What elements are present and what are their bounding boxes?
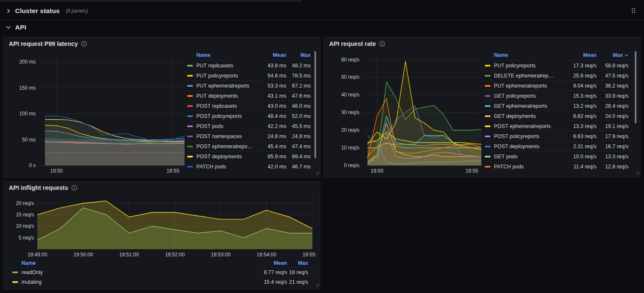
legend-col-max[interactable]: Max — [596, 52, 637, 58]
info-icon[interactable] — [71, 185, 77, 191]
legend-row[interactable]: GET deployments6.62 req/s24.0 req/s — [485, 111, 637, 121]
legend-series-name[interactable]: PUT replicasets — [196, 63, 253, 69]
legend-series-name[interactable]: GET pods — [494, 154, 556, 160]
series-color-swatch[interactable] — [187, 75, 193, 77]
legend-row[interactable]: readOnly8.77 req/s18 req/s — [7, 267, 317, 277]
panel-title[interactable]: API request rate — [329, 40, 376, 47]
legend-col-name[interactable]: Name — [196, 52, 253, 58]
legend-series-name[interactable]: POST namespaces — [196, 133, 253, 139]
series-color-swatch[interactable] — [12, 272, 18, 273]
legend-series-name[interactable]: mutating — [21, 279, 248, 285]
series-color-swatch[interactable] — [485, 125, 491, 127]
series-color-swatch[interactable] — [187, 146, 193, 147]
series-color-swatch[interactable] — [187, 85, 193, 87]
legend-series-name[interactable]: PATCH pods — [494, 164, 556, 170]
panel-header[interactable]: API request rate — [324, 37, 640, 50]
series-color-swatch[interactable] — [187, 125, 193, 127]
legend-row[interactable]: POST policyreports48.4 ms52.0 ms — [187, 111, 317, 121]
legend-row[interactable]: PUT deployments43.1 ms47.6 ms — [187, 91, 317, 101]
panel-title[interactable]: API request P99 latency — [9, 40, 78, 47]
legend-row[interactable]: GET ephemeralreports13.2 req/s28.4 req/s — [485, 101, 637, 111]
legend-scrollbar[interactable] — [635, 51, 636, 123]
legend-row[interactable]: POST ephemeralreports13.3 req/s19.1 req/… — [485, 121, 637, 131]
legend-series-name[interactable]: GET ephemeralreports — [494, 103, 556, 109]
legend-series-name[interactable]: POST deployments — [494, 144, 556, 149]
series-color-swatch[interactable] — [485, 95, 491, 97]
legend-series-name[interactable]: POST ephemeralreports — [494, 123, 556, 129]
series-color-swatch[interactable] — [485, 115, 491, 117]
legend-row[interactable]: POST pods42.2 ms45.5 ms — [187, 121, 317, 131]
panel-resize-handle[interactable] — [315, 281, 319, 288]
legend-col-max[interactable]: Max — [287, 260, 317, 266]
legend-series-name[interactable]: PUT ephemeralreports — [494, 83, 556, 89]
legend-row[interactable]: PUT replicasets43.8 ms48.2 ms — [187, 60, 317, 70]
legend-row[interactable]: PATCH pods42.0 ms46.7 ms — [187, 161, 317, 171]
legend-row[interactable]: mutating15.4 req/s21 req/s — [7, 277, 317, 287]
legend-series-name[interactable]: POST pods — [196, 123, 253, 129]
panel-resize-handle[interactable] — [315, 169, 319, 176]
legend-series-name[interactable]: PUT ephemeralreports — [196, 83, 253, 89]
series-color-swatch[interactable] — [187, 105, 193, 107]
series-color-swatch[interactable] — [485, 136, 491, 137]
legend-col-max[interactable]: Max — [286, 52, 317, 58]
legend-row[interactable]: PUT ephemeralreports53.3 ms67.2 ms — [187, 80, 317, 91]
legend-row[interactable]: DELETE ephemeralreports25.8 req/s47.5 re… — [485, 70, 637, 80]
row-title[interactable]: Cluster status — [15, 7, 60, 15]
panel-resize-handle[interactable] — [635, 169, 639, 176]
series-color-swatch[interactable] — [485, 65, 491, 67]
series-color-swatch[interactable] — [485, 75, 491, 77]
info-icon[interactable] — [379, 41, 385, 47]
series-color-swatch[interactable] — [187, 156, 193, 157]
legend-col-mean[interactable]: Mean — [556, 52, 596, 58]
legend-row[interactable]: PATCH pods11.4 req/s12.8 req/s — [485, 161, 637, 171]
rate-chart[interactable]: 0 req/s10 req/s20 req/s30 req/s40 req/s5… — [327, 50, 485, 175]
legend-series-name[interactable]: POST policyreports — [196, 113, 253, 119]
legend-series-name[interactable]: POST policyreports — [494, 133, 556, 139]
series-color-swatch[interactable] — [187, 166, 193, 168]
legend-row[interactable]: POST deployments85.9 ms89.4 ms — [187, 151, 317, 161]
legend-series-name[interactable]: POST replicasets — [196, 103, 253, 109]
panel-title[interactable]: API inflight requests — [9, 184, 68, 191]
row-title[interactable]: API — [15, 24, 26, 31]
legend-row[interactable]: POST policyreports6.63 req/s17.9 req/s — [485, 131, 637, 141]
legend-col-mean[interactable]: Mean — [253, 52, 286, 58]
legend-series-name[interactable]: POST ephemeralreports — [196, 144, 253, 149]
legend-series-name[interactable]: GET policyreports — [494, 93, 556, 99]
legend-row[interactable]: POST ephemeralreports45.4 ms47.4 ms — [187, 141, 317, 151]
legend-row[interactable]: PUT policyreports17.3 req/s58.8 req/s — [485, 60, 637, 70]
series-color-swatch[interactable] — [485, 146, 491, 147]
series-color-swatch[interactable] — [187, 136, 193, 137]
legend-series-name[interactable]: PUT policyreports — [494, 63, 556, 69]
legend-series-name[interactable]: POST deployments — [196, 154, 253, 160]
row-cluster-status[interactable]: Cluster status (9 panels) — [6, 7, 88, 15]
legend-series-name[interactable]: PUT policyreports — [196, 73, 253, 79]
legend-row[interactable]: PUT policyreports54.6 ms78.5 ms — [187, 70, 317, 80]
legend-row[interactable]: POST namespaces24.8 ms24.8 ms — [187, 131, 317, 141]
legend-row[interactable]: POST deployments2.31 req/s16.7 req/s — [485, 141, 637, 151]
legend-series-name[interactable]: DELETE ephemeralreports — [494, 73, 556, 79]
series-color-swatch[interactable] — [485, 166, 491, 168]
latency-chart[interactable]: 0 s50 ms100 ms150 ms200 ms19:5019:55 — [7, 50, 187, 175]
series-color-swatch[interactable] — [187, 65, 193, 67]
legend-series-name[interactable]: GET deployments — [494, 113, 556, 119]
panel-header[interactable]: API inflight requests — [4, 181, 320, 194]
row-drag-handle-icon[interactable] — [631, 7, 636, 16]
legend-series-name[interactable]: PUT deployments — [196, 93, 253, 99]
legend-row[interactable]: PUT ephemeralreports9.04 req/s38.2 req/s — [485, 80, 637, 91]
series-color-swatch[interactable] — [485, 105, 491, 107]
series-color-swatch[interactable] — [485, 85, 491, 87]
legend-series-name[interactable]: PATCH pods — [196, 164, 253, 170]
info-icon[interactable] — [81, 41, 87, 47]
series-color-swatch[interactable] — [187, 115, 193, 117]
series-color-swatch[interactable] — [187, 95, 193, 97]
row-api[interactable]: API — [6, 24, 26, 31]
legend-col-name[interactable]: Name — [21, 260, 248, 266]
legend-row[interactable]: GET pods10.0 req/s13.3 req/s — [485, 151, 637, 161]
legend-series-name[interactable]: readOnly — [21, 269, 248, 275]
panel-header[interactable]: API request P99 latency — [4, 37, 320, 50]
legend-col-mean[interactable]: Mean — [248, 260, 287, 266]
series-color-swatch[interactable] — [485, 156, 491, 157]
legend-scrollbar[interactable] — [314, 51, 316, 158]
legend-col-name[interactable]: Name — [494, 52, 556, 58]
series-color-swatch[interactable] — [12, 281, 18, 283]
